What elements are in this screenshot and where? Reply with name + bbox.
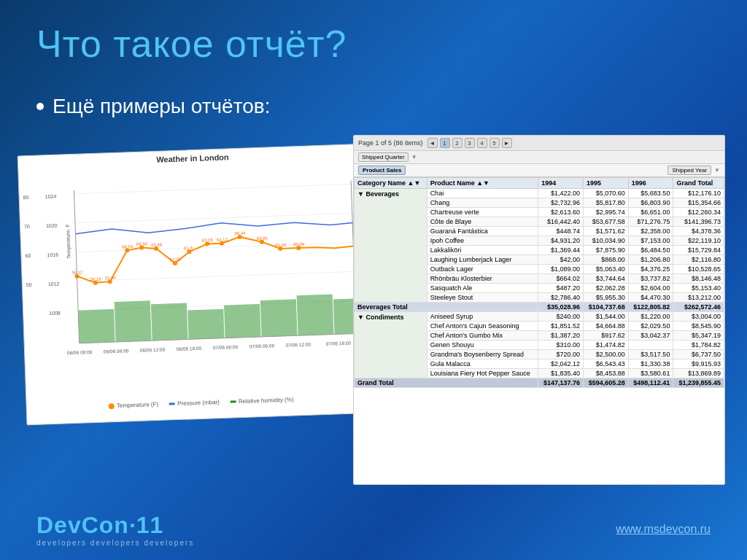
svg-text:50.18: 50.18 bbox=[90, 277, 102, 282]
shipped-quarter-filter[interactable]: Shipped Quarter bbox=[358, 152, 409, 162]
col-1996: 1996 bbox=[628, 178, 673, 189]
col-grand-total: Grand Total bbox=[673, 178, 724, 189]
svg-text:60: 60 bbox=[25, 253, 31, 258]
legend-pressure: Pressure (mbar) bbox=[177, 399, 220, 407]
page-5-btn[interactable]: 5 bbox=[489, 138, 500, 148]
svg-rect-16 bbox=[115, 300, 152, 342]
devcon-title: DevCon·11 bbox=[36, 512, 194, 539]
table-row: ▼ Condiments Aniseed Syrup $240.00$1,544… bbox=[355, 312, 724, 322]
charts-area: Weather in London 80 70 60 50 Temperatur… bbox=[22, 135, 725, 494]
page-3-btn[interactable]: 3 bbox=[465, 138, 475, 148]
svg-rect-18 bbox=[187, 309, 224, 340]
grand-total-row: Grand Total $147,137.76$594,605.28$498,1… bbox=[355, 378, 724, 388]
weather-chart-svg-area: 80 70 60 50 Temperature, F 1024 1020 101… bbox=[18, 158, 375, 403]
svg-text:1020: 1020 bbox=[46, 223, 58, 229]
svg-text:06/06 18:00: 06/06 18:00 bbox=[177, 346, 202, 351]
outback-lager-cell: Outback Lager bbox=[427, 265, 538, 274]
svg-rect-21 bbox=[297, 295, 334, 336]
table-row: ▼ Beverages Chai $1,422.00$5,070.60$5,68… bbox=[355, 189, 724, 198]
svg-text:Temperature, F: Temperature, F bbox=[65, 224, 72, 259]
svg-text:61.16: 61.16 bbox=[275, 243, 287, 248]
page-4-btn[interactable]: 4 bbox=[477, 138, 487, 148]
svg-text:06/06 06:00: 06/06 06:00 bbox=[104, 348, 129, 354]
bullet-point bbox=[36, 103, 44, 110]
svg-text:64.04: 64.04 bbox=[122, 244, 133, 249]
svg-text:1008: 1008 bbox=[49, 311, 61, 316]
subtitle-section: Ещё примеры отчётов: bbox=[36, 95, 270, 118]
svg-text:65.48: 65.48 bbox=[151, 243, 163, 248]
svg-text:06/06 00:00: 06/06 00:00 bbox=[67, 349, 93, 355]
svg-text:61.5: 61.5 bbox=[184, 246, 193, 250]
filter-row: Shipped Quarter ▼ bbox=[354, 151, 724, 164]
svg-text:07/06 18:00: 07/06 18:00 bbox=[326, 341, 352, 346]
svg-rect-20 bbox=[260, 299, 298, 337]
svg-line-11 bbox=[75, 213, 363, 223]
website-link[interactable]: www.msdevcon.ru bbox=[616, 523, 711, 536]
col-category: Category Name ▲▼ bbox=[355, 178, 427, 189]
cole-cell: Genen Shouyu bbox=[427, 341, 538, 350]
legend-humidity: Relative humidity (%) bbox=[239, 396, 294, 405]
svg-text:07/06 00:00: 07/06 00:00 bbox=[213, 344, 239, 350]
svg-text:63.05: 63.05 bbox=[202, 238, 214, 243]
svg-text:70: 70 bbox=[24, 224, 30, 229]
col-1994: 1994 bbox=[538, 178, 584, 189]
weather-chart-card: Weather in London 80 70 60 50 Temperatur… bbox=[18, 144, 377, 426]
svg-text:56.12: 56.12 bbox=[71, 270, 83, 275]
svg-text:66.44: 66.44 bbox=[234, 231, 246, 236]
svg-text:80: 80 bbox=[23, 195, 29, 200]
devcon-logo: DevCon·11 developers developers develope… bbox=[36, 512, 194, 547]
prev-page-btn[interactable]: ◄ bbox=[427, 138, 438, 148]
svg-rect-19 bbox=[224, 304, 261, 338]
svg-text:07/06 12:00: 07/06 12:00 bbox=[286, 342, 311, 348]
col-product: Product Name ▲▼ bbox=[427, 178, 538, 189]
svg-line-13 bbox=[77, 271, 365, 281]
product-sales-header: Product Sales bbox=[358, 166, 406, 175]
product-chai: Chai bbox=[427, 189, 538, 198]
svg-text:1016: 1016 bbox=[47, 252, 58, 258]
section-header-row: Product Sales Shipped Year ▼ bbox=[354, 164, 724, 177]
shipped-year-header: Shipped Year bbox=[667, 166, 711, 175]
next-page-btn[interactable]: ► bbox=[502, 138, 512, 148]
svg-text:06/06 12:00: 06/06 12:00 bbox=[140, 347, 166, 353]
page-info: Page 1 of 5 (86 items) bbox=[358, 139, 423, 147]
subtitle-text: Ещё примеры отчётов: bbox=[53, 95, 270, 118]
page-2-btn[interactable]: 2 bbox=[452, 138, 462, 148]
svg-text:63.12: 63.12 bbox=[217, 237, 228, 242]
svg-line-10 bbox=[74, 184, 363, 194]
svg-text:1012: 1012 bbox=[48, 281, 60, 287]
data-table-card: Page 1 of 5 (86 items) ◄ 1 2 3 4 5 ► Shi… bbox=[353, 135, 725, 485]
svg-text:66.56: 66.56 bbox=[136, 241, 148, 246]
page-navigation[interactable]: ◄ 1 2 3 4 5 ► bbox=[427, 138, 512, 148]
report-table: Category Name ▲▼ Product Name ▲▼ 1994 19… bbox=[354, 177, 724, 388]
svg-text:57.29: 57.29 bbox=[170, 257, 182, 262]
svg-text:51.44: 51.44 bbox=[105, 276, 117, 281]
svg-line-63 bbox=[74, 190, 79, 343]
page-title: Что такое отчёт? bbox=[36, 22, 347, 66]
legend-temp: Temperature (F) bbox=[117, 401, 159, 409]
svg-text:63.85: 63.85 bbox=[257, 236, 268, 241]
svg-text:1024: 1024 bbox=[45, 194, 57, 200]
col-1995: 1995 bbox=[583, 178, 628, 189]
beverages-subtotal-row: Beverages Total $35,028.96$104,737.68$12… bbox=[355, 303, 724, 312]
svg-text:60.09: 60.09 bbox=[293, 242, 305, 247]
table-header-row: Category Name ▲▼ Product Name ▲▼ 1994 19… bbox=[355, 178, 724, 189]
svg-rect-17 bbox=[151, 303, 188, 341]
svg-rect-15 bbox=[78, 309, 115, 343]
page-1-btn[interactable]: 1 bbox=[440, 138, 450, 148]
svg-text:07/06 06:00: 07/06 06:00 bbox=[249, 343, 275, 349]
footer: DevCon·11 developers developers develope… bbox=[0, 498, 747, 560]
devcon-sub: developers developers developers bbox=[36, 539, 194, 547]
svg-text:50: 50 bbox=[26, 282, 32, 287]
pagination-bar: Page 1 of 5 (86 items) ◄ 1 2 3 4 5 ► bbox=[354, 136, 724, 151]
